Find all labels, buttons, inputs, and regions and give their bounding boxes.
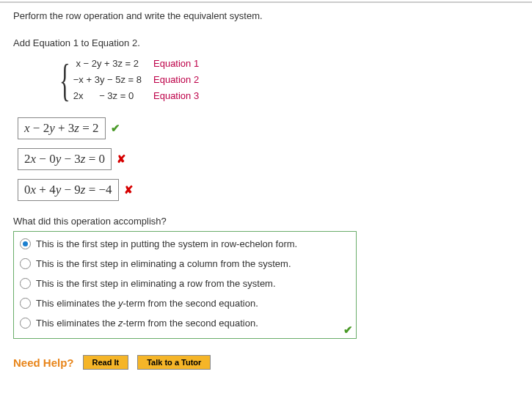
system-equations: x − 2y + 3z = 2 −x + 3y − 5z = 8 2x − 3z… <box>73 56 142 104</box>
answer-row-2: 2x − 0y − 3z = 0 ✘ <box>18 148 519 170</box>
answer-input-3[interactable]: 0x + 4y − 9z = −4 <box>18 179 119 201</box>
check-icon: ✔ <box>111 122 120 135</box>
mc-option-4[interactable]: This eliminates the z-term from the seco… <box>20 315 350 335</box>
instruction-text: Add Equation 1 to Equation 2. <box>13 37 519 48</box>
read-it-button[interactable]: Read It <box>83 355 129 370</box>
talk-to-tutor-button[interactable]: Talk to a Tutor <box>137 355 211 370</box>
check-icon: ✔ <box>343 323 353 337</box>
answer-row-3: 0x + 4y − 9z = −4 ✘ <box>18 179 519 201</box>
mc-option-label: This eliminates the z-term from the seco… <box>36 318 258 329</box>
answer-row-1: x − 2y + 3z = 2 ✔ <box>18 117 519 139</box>
mc-option-label: This is the first step in eliminating a … <box>36 278 276 289</box>
need-help-label: Need Help? <box>13 356 74 369</box>
mc-options-box: This is the first step in putting the sy… <box>13 231 357 339</box>
cross-icon: ✘ <box>117 153 126 166</box>
mc-option-0[interactable]: This is the first step in putting the sy… <box>20 236 350 256</box>
mc-option-label: This eliminates the y-term from the seco… <box>36 298 258 309</box>
answer-inputs: x − 2y + 3z = 2 ✔ 2x − 0y − 3z = 0 ✘ 0x … <box>18 117 519 201</box>
radio-icon[interactable] <box>20 298 31 309</box>
help-row: Need Help? Read It Talk to a Tutor <box>13 355 519 370</box>
mc-option-3[interactable]: This eliminates the y-term from the seco… <box>20 296 350 315</box>
radio-icon[interactable] <box>20 278 31 289</box>
equation-system: { x − 2y + 3z = 2 −x + 3y − 5z = 8 2x − … <box>48 56 519 104</box>
radio-icon[interactable] <box>20 258 31 269</box>
mc-prompt: What did this operation accomplish? <box>13 216 519 227</box>
equation-labels: Equation 1 Equation 2 Equation 3 <box>153 56 199 104</box>
mc-option-label: This is the first step in putting the sy… <box>36 238 297 249</box>
answer-input-2[interactable]: 2x − 0y − 3z = 0 <box>18 148 112 170</box>
mc-option-2[interactable]: This is the first step in eliminating a … <box>20 276 350 296</box>
mc-option-1[interactable]: This is the first step in eliminating a … <box>20 256 350 276</box>
answer-input-1[interactable]: x − 2y + 3z = 2 <box>18 117 106 139</box>
radio-icon[interactable] <box>20 238 31 249</box>
cross-icon: ✘ <box>124 183 134 197</box>
question-text: Perform the row operation and write the … <box>13 10 519 21</box>
mc-option-label: This is the first step in eliminating a … <box>36 258 291 269</box>
left-brace: { <box>59 57 70 103</box>
radio-icon[interactable] <box>20 318 31 329</box>
